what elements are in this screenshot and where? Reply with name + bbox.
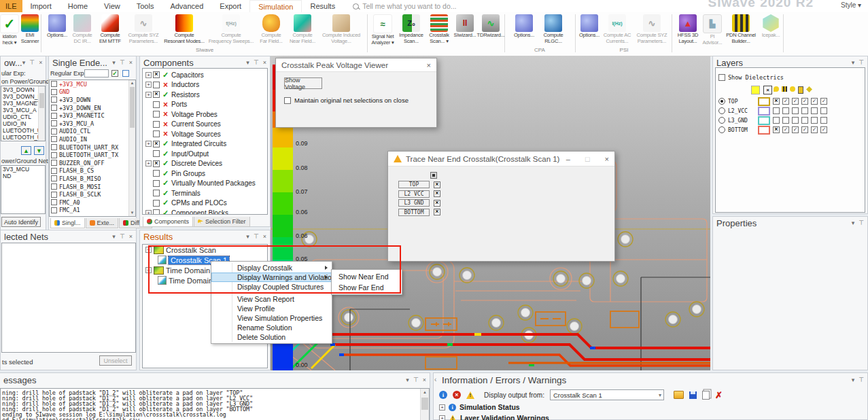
ribbon-button[interactable]: PDN ChannelBuilder... <box>723 14 759 46</box>
all-layers-checkbox[interactable] <box>430 172 437 179</box>
layer-row[interactable]: L2_VCC <box>716 106 865 116</box>
layer-planes-checkbox[interactable] <box>811 98 818 105</box>
ribbon-tab[interactable]: Simulation <box>249 0 302 12</box>
error-filter-icon[interactable]: × <box>453 391 461 399</box>
layer-color-swatch[interactable] <box>758 126 770 135</box>
menu-item[interactable]: View Simulation Properties <box>211 313 332 323</box>
close-icon[interactable]: × <box>263 59 266 66</box>
style-dropdown[interactable]: Style ▾ <box>841 1 861 9</box>
layer-traces-checkbox[interactable] <box>792 117 799 124</box>
layer-traces-checkbox[interactable] <box>792 107 799 114</box>
ribbon-button[interactable]: PIAdvisor... <box>701 14 723 46</box>
layer-drill-checkbox[interactable] <box>820 126 827 133</box>
layer-pads-checkbox[interactable] <box>782 126 789 133</box>
ribbon-button[interactable]: idationheck ▾ <box>0 14 19 46</box>
layer-radio[interactable] <box>718 117 725 124</box>
panel-tab[interactable]: Singl... <box>50 218 85 228</box>
layer-visibility-checkbox[interactable] <box>773 126 780 133</box>
net-row[interactable]: +3V3_DOWN_EN <box>50 104 135 112</box>
net-row[interactable]: BUZZER_ON_OFF <box>50 159 135 167</box>
list-item[interactable]: 3V3_MCU <box>1 166 45 173</box>
pin-icon[interactable]: ⊤ <box>858 59 864 66</box>
net-checkbox[interactable] <box>51 175 57 181</box>
panel-menu-icon[interactable]: ▾ <box>112 233 116 240</box>
close-icon[interactable]: × <box>39 59 42 66</box>
component-checkbox[interactable] <box>153 170 160 177</box>
ribbon-button[interactable]: ComputeNear Field... <box>286 14 319 44</box>
menu-item[interactable]: Display Warnings and Violations <box>211 273 332 282</box>
layer-drill-checkbox[interactable] <box>820 98 827 105</box>
close-icon[interactable]: × <box>129 59 133 66</box>
show-dielectrics-checkbox[interactable] <box>718 74 725 81</box>
layer-pads-checkbox[interactable] <box>782 117 789 124</box>
layer-planes-checkbox[interactable] <box>811 126 818 133</box>
net-checkbox[interactable] <box>51 183 57 190</box>
ribbon-button[interactable]: Compute SYZParameters... <box>633 14 670 44</box>
tree-row[interactable]: Inductors <box>145 80 267 90</box>
tree-row[interactable]: Layer Validation Warnings <box>439 414 549 420</box>
tree-row[interactable]: Pin Groups <box>145 169 267 179</box>
layer-pads-checkbox[interactable] <box>782 98 789 105</box>
ribbon-button[interactable]: ComputeEM MTTF <box>96 14 124 44</box>
layer-traces-checkbox[interactable] <box>792 126 799 133</box>
panel-menu-icon[interactable]: ▾ <box>246 59 249 66</box>
net-checkbox[interactable] <box>51 89 57 95</box>
ribbon-tab[interactable]: Tools <box>128 0 162 12</box>
panel-menu-icon[interactable]: ▾ <box>852 220 855 226</box>
layer-planes-checkbox[interactable] <box>811 117 818 124</box>
move-down-button[interactable]: ▼ <box>34 146 44 155</box>
layer-button[interactable]: BOTTOM <box>398 209 430 216</box>
pin-icon[interactable]: ⊤ <box>858 220 864 226</box>
open-icon[interactable] <box>674 391 684 399</box>
panel-tab[interactable]: Selection Filter <box>194 217 250 227</box>
layer-row[interactable]: L3_GND <box>716 116 865 125</box>
component-checkbox[interactable] <box>153 209 160 215</box>
ribbon-button[interactable]: Compute ACCurrents... <box>601 14 633 44</box>
component-checkbox[interactable] <box>153 111 160 118</box>
tree-row[interactable]: Integrated Circuits <box>145 139 267 150</box>
pin-icon[interactable]: ⊤ <box>858 377 864 383</box>
show-voltage-button[interactable]: Show Voltage <box>284 77 322 89</box>
component-checkbox[interactable] <box>153 180 160 187</box>
expand-icon[interactable] <box>145 72 152 78</box>
net-checkbox[interactable] <box>51 152 57 158</box>
copy-icon[interactable] <box>702 391 710 400</box>
scroll-down-icon[interactable]: ▼ <box>129 210 135 216</box>
scroll-up-icon[interactable]: ▲ <box>129 80 135 86</box>
tree-row[interactable]: CPMs and PLOCs <box>145 198 267 209</box>
tree-row[interactable]: Voltage Probes <box>145 109 267 120</box>
layer-vias-checkbox[interactable] <box>801 126 808 133</box>
pg-net-list[interactable]: 3V3_MCUND <box>1 165 46 214</box>
menu-item[interactable]: View Profile <box>211 304 332 313</box>
ribbon-tab[interactable]: Export <box>211 0 249 12</box>
component-checkbox[interactable] <box>153 82 160 88</box>
net-row[interactable]: GND <box>50 88 135 97</box>
net-row[interactable]: BLUETOOTH_UART_RX <box>50 143 135 152</box>
ribbon-button[interactable]: HFSS 3DLayout... <box>674 14 701 46</box>
net-row[interactable]: BLUETOOTH_UART_TX <box>50 151 135 159</box>
components-tree[interactable]: Capacitors Inductors Resistors <box>142 68 268 215</box>
tree-row[interactable]: Virtually Mounted Packages <box>145 179 267 189</box>
net-checkbox[interactable] <box>51 160 57 166</box>
ribbon-tab[interactable]: Results <box>302 0 343 12</box>
menu-item[interactable]: Display Coupled Structures <box>211 282 332 292</box>
regex-input[interactable] <box>84 69 109 77</box>
ribbon-button[interactable]: SIwizard... <box>453 14 477 46</box>
layer-visibility-checkbox[interactable] <box>773 107 780 114</box>
net-checkbox[interactable] <box>51 136 57 142</box>
ribbon-tab[interactable]: View <box>96 0 128 12</box>
warning-filter-icon[interactable] <box>466 391 474 399</box>
net-checkbox[interactable] <box>51 192 57 198</box>
tree-row[interactable]: Input/Output <box>145 149 267 159</box>
layer-row[interactable]: BOTTOM <box>716 125 865 135</box>
net-checkbox[interactable] <box>51 105 57 111</box>
scrollbar[interactable]: ▲ ▼ <box>128 80 135 216</box>
component-checkbox[interactable] <box>153 150 160 157</box>
expand-icon[interactable] <box>439 404 445 410</box>
ribbon-button[interactable]: ComputeResonant Modes... <box>162 14 206 44</box>
menu-item[interactable]: Display Crosstalk <box>211 263 332 273</box>
layer-vias-checkbox[interactable] <box>801 107 808 114</box>
minimize-icon[interactable]: – <box>566 155 570 163</box>
layer-planes-checkbox[interactable] <box>811 107 818 114</box>
scrollbar[interactable]: ▲ <box>420 389 429 420</box>
